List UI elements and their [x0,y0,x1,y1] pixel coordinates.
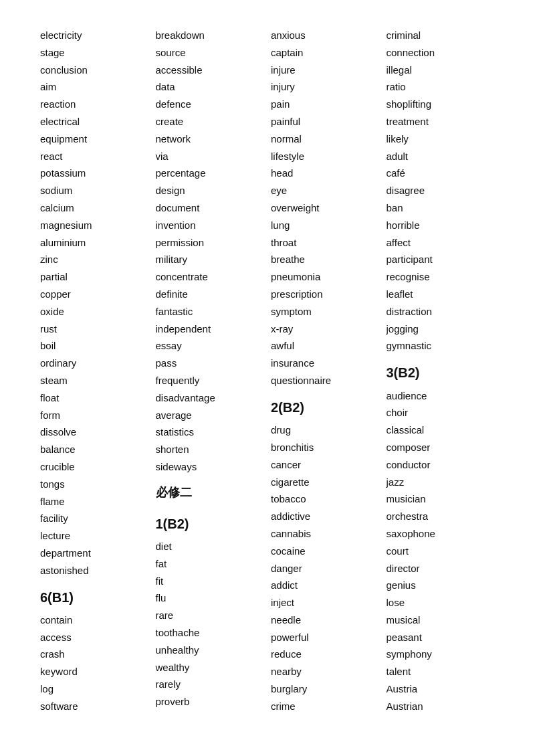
vocabulary-word: gymnastic [387,337,496,355]
vocabulary-word: rust [40,320,149,338]
column-1: electricitystageconclusionaimreactionele… [40,27,149,715]
vocabulary-word: access [40,629,149,646]
vocabulary-word: powerful [271,629,380,646]
vocabulary-word: sideways [156,458,265,476]
vocabulary-word: reduce [271,646,380,663]
vocabulary-word: stage [40,44,149,62]
vocabulary-word: participant [387,251,496,268]
vocabulary-word: insurance [271,355,380,372]
vocabulary-word: eye [271,182,380,199]
section-heading-1-B2-: 1(B2) [156,512,265,535]
vocabulary-word: aim [40,78,149,96]
vocabulary-word: independent [156,320,265,338]
vocabulary-word: musical [387,611,496,629]
vocabulary-word: network [156,130,265,148]
vocabulary-word: composer [387,439,496,456]
vocabulary-word: injury [271,78,380,96]
vocabulary-word: crash [40,646,149,663]
vocabulary-word: balance [40,441,149,458]
vocabulary-word: head [271,165,380,182]
vocabulary-word: breakdown [156,27,265,44]
vocabulary-word: audience [387,387,496,405]
vocabulary-word: Austrian [387,698,496,715]
vocabulary-word: ratio [387,78,496,96]
vocabulary-word: pneumonia [271,268,380,286]
vocabulary-word: electricity [40,27,149,44]
vocabulary-word: potassium [40,165,149,182]
vocabulary-word: crucible [40,458,149,476]
vocabulary-word: café [387,165,496,182]
vocabulary-word: awful [271,337,380,355]
vocabulary-word: court [387,543,496,560]
vocabulary-word: rare [156,607,265,624]
vocabulary-word: calcium [40,199,149,217]
vocabulary-word: float [40,389,149,407]
vocabulary-word: throat [271,234,380,252]
vocabulary-word: fat [156,555,265,573]
column-2: breakdownsourceaccessibledatadefencecrea… [156,27,265,711]
vocabulary-word: inject [271,594,380,611]
vocabulary-word: affect [387,234,496,252]
vocabulary-word: painful [271,113,380,130]
vocabulary-word: partial [40,268,149,286]
vocabulary-word: average [156,407,265,424]
column-3: anxiouscaptaininjureinjurypainpainfulnor… [271,27,380,715]
vocabulary-word: percentage [156,165,265,182]
vocabulary-word: cannabis [271,525,380,543]
vocabulary-word: dissolve [40,423,149,441]
vocabulary-word: equipment [40,130,149,148]
vocabulary-word: design [156,182,265,199]
vocabulary-word: react [40,148,149,165]
vocabulary-word: lecture [40,527,149,545]
vocabulary-word: lifestyle [271,148,380,165]
vocabulary-word: talent [387,663,496,680]
vocabulary-word: keyword [40,663,149,680]
vocabulary-word: illegal [387,62,496,79]
vocabulary-word: burglary [271,680,380,698]
vocabulary-word: magnesium [40,217,149,234]
vocabulary-word: conductor [387,456,496,474]
vocabulary-word: x-ray [271,320,380,338]
vocabulary-word: flu [156,589,265,607]
vocabulary-word: sodium [40,182,149,199]
vocabulary-word: ordinary [40,355,149,372]
vocabulary-word: genius [387,577,496,594]
vocabulary-word: cancer [271,456,380,474]
vocabulary-word: breathe [271,251,380,268]
vocabulary-word: drug [271,421,380,439]
vocabulary-word: diet [156,538,265,555]
vocabulary-word: needle [271,611,380,629]
vocabulary-word: data [156,78,265,96]
vocabulary-word: connection [387,44,496,62]
vocabulary-word: recognise [387,268,496,286]
vocabulary-word: form [40,407,149,424]
vocabulary-word: distraction [387,303,496,320]
vocabulary-word: copper [40,286,149,303]
vocabulary-word: criminal [387,27,496,44]
vocabulary-word: department [40,545,149,562]
section-heading-3-B2-: 3(B2) [387,361,496,384]
vocabulary-word: zinc [40,251,149,268]
vocabulary-word: leaflet [387,286,496,303]
vocabulary-word: symptom [271,303,380,320]
vocabulary-word: cigarette [271,474,380,491]
vocabulary-word: cocaine [271,543,380,560]
vocabulary-word: musician [387,490,496,508]
vocabulary-word: adult [387,148,496,165]
vocabulary-word: treatment [387,113,496,130]
vocabulary-word: defence [156,96,265,113]
vocabulary-word: classical [387,421,496,439]
chinese-section-label: 必修二 [156,482,265,503]
vocabulary-word: addictive [271,508,380,525]
vocabulary-word: oxide [40,303,149,320]
vocabulary-word: shorten [156,441,265,458]
vocabulary-word: concentrate [156,268,265,286]
vocabulary-word: symphony [387,646,496,663]
vocabulary-word: software [40,698,149,715]
vocabulary-word: rarely [156,676,265,693]
vocabulary-word: via [156,148,265,165]
vocabulary-word: bronchitis [271,439,380,456]
vocabulary-word: conclusion [40,62,149,79]
vocabulary-word: steam [40,372,149,389]
word-columns: electricitystageconclusionaimreactionele… [40,27,495,715]
